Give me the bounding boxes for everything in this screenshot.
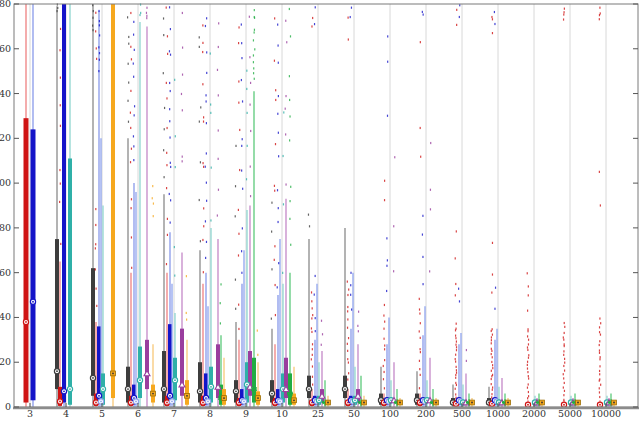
- blue-outlier-dot: [277, 113, 278, 115]
- x-tick-label: 5: [99, 408, 105, 419]
- red-outlier-dot: [274, 245, 275, 247]
- red-outlier-dot: [311, 358, 312, 360]
- blue-outlier-dot: [241, 145, 242, 147]
- blue-outlier-dot: [278, 262, 279, 264]
- gray-outlier-dot: [271, 202, 272, 204]
- gray-outlier-dot: [235, 145, 236, 147]
- red-outlier-dot: [599, 171, 600, 173]
- red-outlier-dot: [455, 358, 456, 360]
- red-outlier-dot: [563, 394, 564, 396]
- red-outlier-dot: [455, 283, 456, 285]
- red-outlier-dot: [420, 337, 421, 339]
- red-outlier-dot: [167, 53, 168, 55]
- gray-outlier-dot: [164, 128, 165, 130]
- blue-outlier-dot: [423, 13, 424, 15]
- yellow-median-marker: [222, 396, 227, 401]
- blue-outlier-dot: [494, 11, 495, 13]
- blue-outlier-dot: [315, 275, 316, 277]
- red-outlier-dot: [528, 395, 529, 397]
- blue-outlier-dot: [133, 21, 134, 23]
- red-outlier-dot: [492, 334, 493, 336]
- red-outlier-dot: [420, 41, 421, 43]
- red-outlier-dot: [166, 6, 167, 8]
- yellow-outlier-dot: [186, 318, 187, 320]
- red-outlier-dot: [492, 367, 493, 369]
- blue-outlier-dot: [206, 152, 207, 154]
- red-outlier-dot: [600, 356, 601, 358]
- teal-outlier-dot: [247, 145, 248, 147]
- red-outlier-dot: [95, 247, 96, 249]
- purple-outlier-dot: [250, 82, 251, 84]
- teal-outlier-dot: [175, 166, 176, 168]
- blue-outlier-dot: [386, 237, 387, 239]
- red-outlier-dot: [564, 358, 565, 360]
- x-tick-label: 200: [417, 408, 435, 419]
- blue-outlier-dot: [205, 25, 206, 27]
- red-outlier-dot: [95, 224, 96, 226]
- purple-outlier-dot: [322, 333, 323, 335]
- red-outlier-dot: [95, 288, 96, 290]
- purple-outlier-dot: [430, 142, 431, 144]
- red-outlier-dot: [202, 24, 203, 26]
- red-outlier-dot: [456, 372, 457, 374]
- gray-outlier-dot: [235, 279, 236, 281]
- blue-outlier-dot: [99, 34, 100, 36]
- red-outlier-dot: [456, 384, 457, 386]
- purple-outlier-dot: [146, 12, 147, 14]
- blue-outlier-dot: [241, 42, 242, 44]
- blue-outlier-dot: [350, 284, 351, 286]
- y-tick-label: 160: [0, 43, 11, 54]
- red-outlier-dot: [492, 242, 493, 244]
- gray-outlier-dot: [271, 318, 272, 320]
- red-outlier-dot: [599, 331, 600, 333]
- red-outlier-dot: [347, 358, 348, 360]
- red-outlier-dot: [203, 271, 204, 273]
- red-outlier-dot: [492, 32, 493, 34]
- blue-outlier-dot: [277, 24, 278, 26]
- red-outlier-dot: [420, 127, 421, 129]
- red-outlier-dot: [491, 353, 492, 355]
- blue-outlier-dot: [314, 294, 315, 296]
- yellow-box: [111, 4, 115, 398]
- red-outlier-dot: [528, 357, 529, 359]
- blue-outlier-dot: [314, 23, 315, 25]
- blue-outlier-dot: [99, 20, 100, 22]
- x-tick-label: 10000: [591, 408, 621, 419]
- purple-outlier-dot: [217, 69, 218, 71]
- x-tick-label: 7: [171, 408, 177, 419]
- red-outlier-dot: [384, 199, 385, 201]
- gray-outlier-dot: [200, 240, 201, 242]
- red-outlier-dot: [167, 234, 168, 236]
- blue-outlier-dot: [387, 115, 388, 117]
- teal-outlier-dot: [246, 178, 247, 180]
- purple-outlier-dot: [358, 330, 359, 332]
- red-outlier-dot: [238, 328, 239, 330]
- purple-outlier-dot: [321, 320, 322, 322]
- red-outlier-dot: [600, 204, 601, 206]
- gray-outlier-dot: [199, 46, 200, 48]
- gray-median-marker: [90, 375, 95, 380]
- red-outlier-dot: [492, 356, 493, 358]
- gray-outlier-dot: [200, 106, 201, 108]
- blue-outlier-dot: [241, 23, 242, 25]
- red-outlier-dot: [96, 305, 97, 307]
- blue-outlier-dot: [170, 90, 171, 92]
- teal-outlier-dot: [140, 12, 141, 14]
- blue-outlier-dot: [422, 11, 423, 13]
- blue-outlier-dot: [206, 17, 207, 19]
- red-outlier-dot: [59, 49, 60, 51]
- green-outlier-dot: [289, 99, 290, 101]
- green-outlier-dot: [253, 39, 254, 41]
- purple-outlier-dot: [218, 94, 219, 96]
- gray-outlier-dot: [199, 36, 200, 38]
- blue-outlier-dot: [459, 16, 460, 18]
- red-outlier-dot: [599, 340, 600, 342]
- teal-outlier-dot: [139, 14, 140, 16]
- purple-outlier-dot: [182, 156, 183, 158]
- red-outlier-dot: [203, 207, 204, 209]
- red-outlier-dot: [60, 125, 61, 127]
- teal-outlier-dot: [282, 155, 283, 157]
- gray-outlier-dot: [163, 149, 164, 151]
- x-tick-label: 100: [381, 408, 399, 419]
- red-outlier-dot: [491, 339, 492, 341]
